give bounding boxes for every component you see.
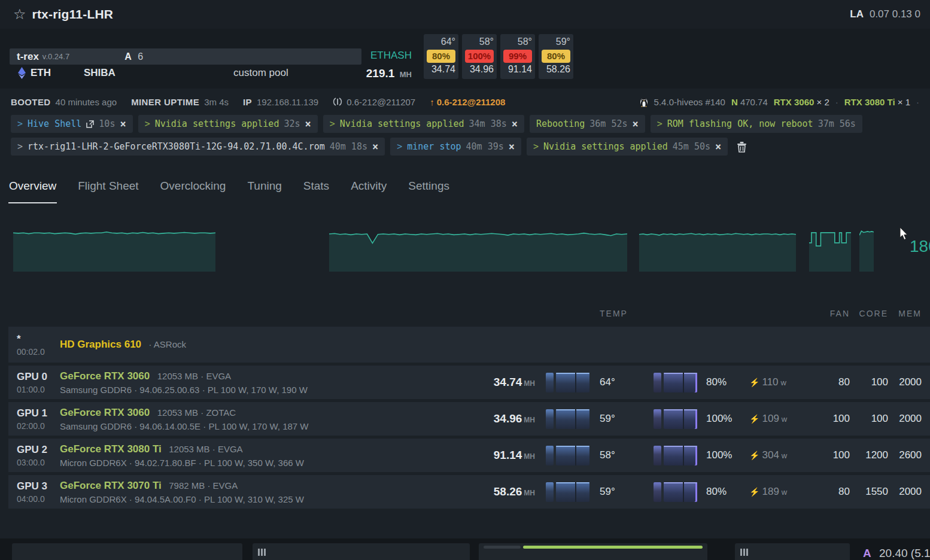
event-chip[interactable]: Rebooting 36m 52s × [530,115,645,133]
gpu-hashrate-unit: MH [524,379,535,388]
accepted-count: 6 [138,51,143,62]
tab-flight-sheet[interactable]: Flight Sheet [77,176,139,202]
agent-version: 0.6-212@211207 [333,97,415,107]
event-chip[interactable]: > ROM flashing OK, now reboot 37m 56s [651,115,862,133]
gpu-badge[interactable]: 58° 99% 91.14 [500,34,535,79]
gpu-name-link[interactable]: GeForce RTX 3070 Ti [60,480,162,491]
tab-stats[interactable]: Stats [303,176,330,202]
tab-overclocking[interactable]: Overclocking [160,176,227,202]
hashrate-charts: 180 [0,214,930,290]
gpu-badge[interactable]: 59° 80% 58.26 [539,34,573,79]
tab-activity[interactable]: Activity [350,176,387,202]
gpu-hashrate: 91.14 [494,449,522,461]
event-row: > rtx-rig11-LHR-2-GeForceRTX3080Ti-12G-9… [11,138,930,156]
event-chip[interactable]: > Nvidia settings applied 45m 50s × [527,138,728,156]
power-icon: ⚡ [749,487,759,497]
trash-icon[interactable] [737,141,747,153]
gpu-power-unit: w [781,378,786,387]
power-icon: ⚡ [749,451,759,460]
gpu-badge[interactable]: 58° 100% 34.96 [462,34,497,79]
gpu-power: 110 [762,376,778,388]
gpu-power: 109 [762,413,779,424]
total-hashrate-unit: MH [400,70,412,79]
event-chip-hive-shell[interactable]: > Hive Shell 10s × [11,115,133,133]
coin-row: ETH SHIBA custom pool 219.1 MH [0,67,419,83]
hive-agent-icon [333,97,342,106]
gpu-power: 189 [762,486,779,497]
close-icon[interactable]: × [372,142,378,152]
event-chip[interactable]: > rtx-rig11-LHR-2-GeForceRTX3080Ti-12G-9… [11,138,385,156]
amd-driver-value: 20.40 (5.11 [879,547,930,559]
load-average-values: 0.07 0.13 0 [870,8,920,20]
event-chip[interactable]: > Nvidia settings applied 34m 38s × [323,115,524,133]
event-chip[interactable]: > Nvidia settings applied 32s × [138,115,318,133]
hashrate-mini-chart [546,482,595,502]
gpu-fan-percent: 100% [706,449,744,461]
gpu-model-name: RTX 3080 Ti [844,97,895,107]
gpu-badge[interactable]: 64° 80% 34.74 [424,34,458,79]
event-time: 32s [284,118,300,129]
tab-tuning[interactable]: Tuning [247,176,282,202]
gpu-name-link[interactable]: GeForce RTX 3060 [60,370,150,382]
header-mem: MEM [898,309,922,318]
separator-dot: · [835,97,838,107]
ip-value: 192.168.11.139 [257,97,318,107]
close-icon[interactable]: × [633,119,639,129]
event-chip[interactable]: > miner stop 40m 39s × [390,138,521,156]
tab-overview[interactable]: Overview [8,176,57,203]
gpu-detail: Micron GDDR6X · 94.02.71.80.BF · PL 100 … [60,458,478,468]
gpu-meta: 12053 MB · EVGA [169,444,242,454]
gpu-hashrate-unit: MH [524,416,535,424]
gpu-power-unit: w [782,488,787,497]
rig-name: rtx-rig11-LHR [32,7,114,22]
miner-version: v.0.24.7 [42,52,69,61]
close-icon[interactable]: × [120,119,126,129]
badge-hashrate: 58.26 [542,64,570,76]
close-icon[interactable]: × [305,119,311,129]
gpu-model-chip[interactable]: RTX 3080 Ti × 1 [844,97,910,107]
gpu-name-link[interactable]: GeForce RTX 3080 Ti [60,443,162,455]
gpu-fan-setting: 100 [815,413,850,425]
power-icon: ⚡ [749,378,759,387]
gpu-core-clock: 100 [850,413,888,425]
event-row: > Hive Shell 10s × > Nvidia settings app… [11,115,930,133]
tab-settings[interactable]: Settings [408,176,450,202]
gpu-name-link[interactable]: GeForce RTX 3060 [60,407,150,418]
coin-primary[interactable]: ETH [18,67,51,79]
gpu-fan-setting: 80 [815,486,850,498]
coin-label: ETH [31,67,51,79]
gpu-model-chip[interactable]: RTX 3060 × 2 [774,97,829,107]
prompt-icon: > [657,118,662,129]
nvidia-driver-label: N [731,97,738,107]
gpu-temp: 64° [600,376,636,388]
kernel-version: 5.4.0-hiveos #140 [654,97,725,107]
close-icon[interactable]: × [509,142,515,152]
event-label: Rebooting [536,118,585,129]
pool-link[interactable]: custom pool [233,67,288,79]
miner-name: t-rex [17,51,39,63]
gpu-name-link[interactable]: HD Graphics 610 [60,339,141,350]
rig-overview-page: ☆ rtx-rig11-LHR LA 0.07 0.13 0 t-rex v.0… [0,0,930,560]
close-icon[interactable]: × [512,119,518,129]
event-label: rtx-rig11-LHR-2-GeForceRTX3080Ti-12G-94.… [28,141,325,152]
gpu-row: GPU 2 03:00.0 GeForce RTX 3080 Ti 12053 … [8,439,930,472]
gpu-id: GPU 1 [17,407,60,419]
progress-track [484,546,521,549]
gpu-mem-clock: 2000 [888,413,930,425]
power-icon: ⚡ [749,414,759,424]
close-icon[interactable]: × [715,142,721,152]
gpu-bus: 02:00.0 [17,421,60,431]
gpu-hashrate: 34.96 [494,412,522,425]
coin-secondary[interactable]: SHIBA [84,67,116,79]
total-hashrate: 219.1 MH [335,67,412,80]
algo-link[interactable]: ETHASH [351,50,412,62]
prompt-icon: > [145,118,150,129]
gpu-detail: Samsung GDDR6 · 94.06.14.00.5E · PL 100 … [60,421,478,431]
prompt-icon: > [533,141,539,152]
agent-upgrade[interactable]: ↑ 0.6-212@211208 [430,97,505,107]
favorite-star-icon[interactable]: ☆ [13,6,26,23]
gpu-temp: 59° [600,413,636,425]
gpu-bus: 04:00.0 [17,494,60,504]
fan-mini-chart [654,482,701,502]
event-label: Hive Shell [28,118,81,129]
